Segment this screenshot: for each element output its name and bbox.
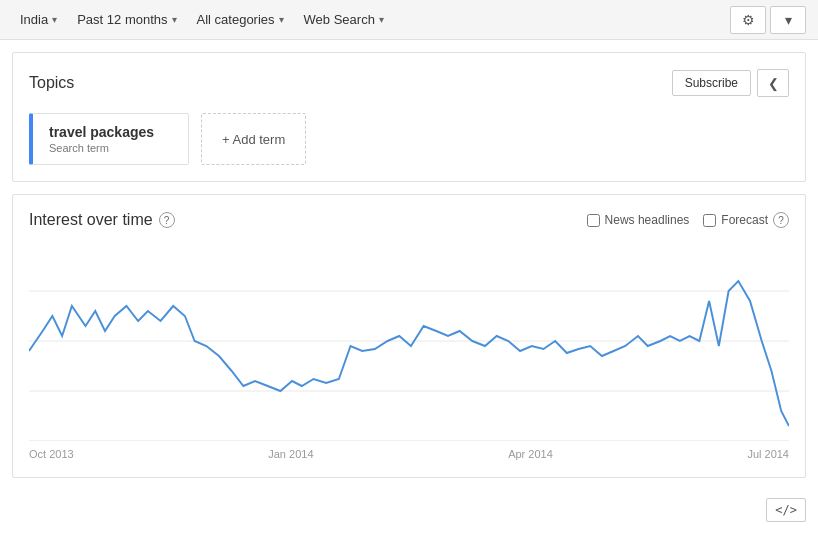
search-type-filter[interactable]: Web Search ▾ [296, 8, 392, 31]
top-bar: India ▾ Past 12 months ▾ All categories … [0, 0, 818, 40]
settings-button[interactable]: ⚙ [730, 6, 766, 34]
category-label: All categories [197, 12, 275, 27]
more-options-button[interactable]: ▾ [770, 6, 806, 34]
x-label-oct: Oct 2013 [29, 448, 74, 460]
news-headlines-checkbox-label[interactable]: News headlines [587, 213, 690, 227]
time-label: Past 12 months [77, 12, 167, 27]
add-term-button[interactable]: + Add term [201, 113, 306, 165]
topics-title: Topics [29, 74, 74, 92]
top-bar-right: ⚙ ▾ [730, 6, 806, 34]
chart-svg [29, 241, 789, 441]
term-chip[interactable]: travel packages Search term [29, 113, 189, 165]
forecast-label: Forecast [721, 213, 768, 227]
interest-section: Interest over time ? News headlines Fore… [12, 194, 806, 478]
region-caret-icon: ▾ [52, 14, 57, 25]
interest-header: Interest over time ? News headlines Fore… [29, 211, 789, 229]
help-icon[interactable]: ? [159, 212, 175, 228]
term-name: travel packages [49, 124, 172, 140]
x-label-apr: Apr 2014 [508, 448, 553, 460]
terms-row: travel packages Search term + Add term [29, 113, 789, 165]
subscribe-button[interactable]: Subscribe [672, 70, 751, 96]
time-filter[interactable]: Past 12 months ▾ [69, 8, 184, 31]
topics-actions: Subscribe ❮ [672, 69, 789, 97]
bottom-bar: </> [0, 490, 818, 530]
x-label-jul: Jul 2014 [747, 448, 789, 460]
embed-button[interactable]: </> [766, 498, 806, 522]
share-icon: ❮ [768, 76, 779, 91]
interest-options: News headlines Forecast ? [587, 212, 789, 228]
forecast-help-icon[interactable]: ? [773, 212, 789, 228]
region-label: India [20, 12, 48, 27]
time-caret-icon: ▾ [172, 14, 177, 25]
category-caret-icon: ▾ [279, 14, 284, 25]
category-filter[interactable]: All categories ▾ [189, 8, 292, 31]
chart-container: Oct 2013 Jan 2014 Apr 2014 Jul 2014 [29, 241, 789, 461]
interest-title-group: Interest over time ? [29, 211, 175, 229]
news-headlines-label: News headlines [605, 213, 690, 227]
forecast-checkbox-label[interactable]: Forecast ? [703, 212, 789, 228]
forecast-checkbox[interactable] [703, 214, 716, 227]
chevron-down-icon: ▾ [785, 12, 792, 28]
x-axis-labels: Oct 2013 Jan 2014 Apr 2014 Jul 2014 [29, 444, 789, 460]
search-type-label: Web Search [304, 12, 375, 27]
search-type-caret-icon: ▾ [379, 14, 384, 25]
share-button[interactable]: ❮ [757, 69, 789, 97]
gear-icon: ⚙ [742, 12, 755, 28]
topics-section: Topics Subscribe ❮ travel packages Searc… [12, 52, 806, 182]
interest-title: Interest over time [29, 211, 153, 229]
term-type: Search term [49, 142, 172, 154]
news-headlines-checkbox[interactable] [587, 214, 600, 227]
region-filter[interactable]: India ▾ [12, 8, 65, 31]
x-label-jan: Jan 2014 [268, 448, 313, 460]
topics-header: Topics Subscribe ❮ [29, 69, 789, 97]
